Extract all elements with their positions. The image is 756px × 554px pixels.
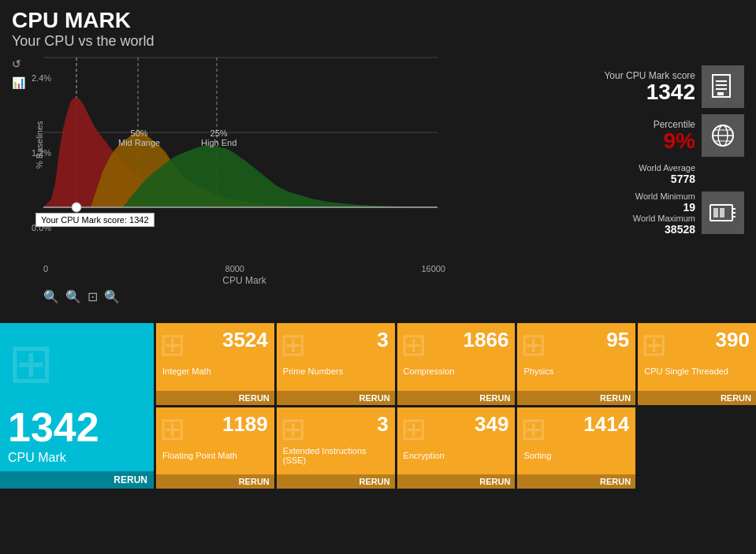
svg-point-7 bbox=[72, 203, 81, 212]
annotation-25-pct: 25% bbox=[201, 128, 236, 138]
chart-icons: ↺ 📊 bbox=[12, 58, 28, 92]
globe-icon-box[interactable] bbox=[702, 114, 744, 157]
tile-value-7: 349 bbox=[404, 412, 509, 437]
tile-name-4: CPU Single Threaded bbox=[644, 366, 750, 376]
tile-value-3: 95 bbox=[523, 328, 629, 352]
tiles-section: ⊞ 1342 CPU Mark RERUN ⊞ 3524 Integer Mat… bbox=[0, 323, 756, 489]
cpu-mark-score-row: Your CPU Mark score 1342 bbox=[563, 65, 744, 108]
tile-rerun-7[interactable]: RERUN bbox=[397, 474, 516, 489]
hardware-icon-box[interactable] bbox=[702, 191, 744, 234]
tile-1: ⊞ 3 Prime Numbers RERUN bbox=[277, 323, 395, 405]
x-label-0: 0 bbox=[43, 264, 48, 273]
percentile-text: Percentile 9% bbox=[563, 119, 695, 152]
annotation-25-label: High End bbox=[201, 138, 236, 147]
tile-name-3: Physics bbox=[523, 366, 629, 376]
percentile-row: Percentile 9% bbox=[563, 114, 744, 157]
svg-rect-12 bbox=[717, 92, 724, 95]
annotation-50-pct: 50% bbox=[118, 128, 160, 138]
cpu-mark-icon-box[interactable] bbox=[702, 65, 744, 108]
tile-rerun-8[interactable]: RERUN bbox=[517, 474, 635, 489]
document-icon bbox=[709, 73, 736, 100]
world-minimum-value: 19 bbox=[563, 201, 695, 214]
chart-svg: Your CPU Mark score: 1342 50% Mid Range … bbox=[43, 58, 445, 262]
x-axis-labels: 0 8000 16000 bbox=[43, 264, 445, 273]
chart-container: % Baselines 2.4% 1.2% 0.0% bbox=[35, 58, 445, 270]
zoom-out-button[interactable]: 🔍 bbox=[43, 289, 59, 304]
tile-rerun-6[interactable]: RERUN bbox=[277, 474, 395, 489]
tile-name-7: Encryption bbox=[404, 451, 509, 460]
annotation-50-label: Mid Range bbox=[118, 138, 160, 147]
zoom-controls: 🔍 🔍 ⊡ 🔍 bbox=[43, 289, 445, 304]
chart-area: ↺ 📊 % Baselines 2.4% 1.2% 0.0% bbox=[12, 58, 547, 318]
y-label-top: 2.4% bbox=[32, 73, 51, 83]
svg-rect-20 bbox=[720, 208, 724, 218]
tile-value-6: 3 bbox=[283, 412, 389, 437]
main-content: ↺ 📊 % Baselines 2.4% 1.2% 0.0% bbox=[0, 54, 756, 322]
tile-value-1: 3 bbox=[283, 328, 389, 352]
tile-value-0: 3524 bbox=[162, 328, 268, 352]
svg-rect-19 bbox=[713, 208, 718, 218]
chart-type-icon[interactable]: 📊 bbox=[12, 76, 28, 92]
main-tile-label: CPU Mark bbox=[8, 451, 146, 465]
tile-name-0: Integer Math bbox=[162, 366, 268, 376]
world-average-label: World Average bbox=[563, 163, 695, 173]
world-min-max-section: World Minimum 19 World Maximum 38528 bbox=[563, 191, 744, 236]
main-tile-score: 1342 bbox=[8, 407, 146, 448]
tile-name-1: Prime Numbers bbox=[283, 366, 389, 376]
tile-name-8: Sorting bbox=[523, 451, 629, 460]
tile-value-2: 1866 bbox=[404, 328, 509, 352]
tile-name-6: Extended Instructions (SSE) bbox=[283, 446, 389, 465]
tile-0: ⊞ 3524 Integer Math RERUN bbox=[156, 323, 274, 405]
tile-name-2: Compression bbox=[404, 366, 509, 376]
tile-8: ⊞ 1414 Sorting RERUN bbox=[517, 407, 635, 489]
y-axis-label: % Baselines bbox=[35, 121, 44, 169]
cpu-mark-score-text: Your CPU Mark score 1342 bbox=[563, 70, 695, 103]
world-average-value: 5778 bbox=[563, 173, 695, 185]
tile-5: ⊞ 1189 Floating Point Math RERUN bbox=[156, 407, 274, 489]
tile-value-5: 1189 bbox=[162, 412, 268, 437]
percentile-value: 9% bbox=[563, 130, 695, 152]
x-label-8000: 8000 bbox=[225, 264, 244, 273]
world-maximum-label: World Maximum bbox=[563, 214, 695, 223]
y-label-mid: 1.2% bbox=[32, 148, 51, 158]
zoom-reset-button[interactable]: ⊡ bbox=[88, 289, 98, 304]
hardware-icon bbox=[709, 202, 737, 224]
tile-value-8: 1414 bbox=[523, 412, 629, 437]
cpu-mark-value: 1342 bbox=[563, 81, 695, 103]
tiles-grid: ⊞ 3524 Integer Math RERUN ⊞ 3 Prime Numb… bbox=[156, 323, 756, 489]
main-tile: ⊞ 1342 CPU Mark RERUN bbox=[0, 323, 154, 489]
x-axis-title: CPU Mark bbox=[43, 275, 445, 286]
annotation-50: 50% Mid Range bbox=[118, 128, 160, 147]
tile-name-5: Floating Point Math bbox=[162, 451, 268, 460]
main-tile-bg-icon: ⊞ bbox=[8, 331, 54, 396]
tile-rerun-2[interactable]: RERUN bbox=[397, 391, 516, 405]
header: CPU MARK Your CPU vs the world bbox=[0, 0, 756, 54]
tile-rerun-4[interactable]: RERUN bbox=[638, 391, 756, 405]
refresh-icon[interactable]: ↺ bbox=[12, 58, 28, 73]
stats-panel: Your CPU Mark score 1342 Percentile 9% bbox=[563, 58, 744, 318]
page-subtitle: Your CPU vs the world bbox=[12, 33, 744, 50]
world-maximum-value: 38528 bbox=[563, 223, 695, 236]
page-title: CPU MARK bbox=[12, 8, 744, 33]
tile-7: ⊞ 349 Encryption RERUN bbox=[397, 407, 516, 489]
tile-rerun-1[interactable]: RERUN bbox=[277, 391, 395, 405]
tile-3: ⊞ 95 Physics RERUN bbox=[517, 323, 635, 405]
tile-2: ⊞ 1866 Compression RERUN bbox=[397, 323, 516, 405]
tile-6: ⊞ 3 Extended Instructions (SSE) RERUN bbox=[277, 407, 395, 489]
world-average-row: World Average 5778 bbox=[563, 163, 744, 185]
world-minimum-label: World Minimum bbox=[563, 191, 695, 201]
x-label-16000: 16000 bbox=[421, 264, 445, 273]
tile-rerun-5[interactable]: RERUN bbox=[156, 474, 274, 489]
tile-rerun-0[interactable]: RERUN bbox=[156, 391, 274, 405]
annotation-25: 25% High End bbox=[201, 128, 236, 147]
world-minmax-text: World Minimum 19 World Maximum 38528 bbox=[563, 191, 702, 236]
globe-icon bbox=[709, 122, 736, 149]
tile-4: ⊞ 390 CPU Single Threaded RERUN bbox=[638, 323, 756, 405]
chart-tooltip: Your CPU Mark score: 1342 bbox=[35, 213, 155, 227]
zoom-fit-button[interactable]: 🔍 bbox=[104, 289, 120, 304]
main-tile-rerun[interactable]: RERUN bbox=[0, 471, 154, 489]
tile-rerun-3[interactable]: RERUN bbox=[517, 391, 635, 405]
tile-value-4: 390 bbox=[644, 328, 750, 352]
zoom-in-button[interactable]: 🔍 bbox=[65, 289, 81, 304]
